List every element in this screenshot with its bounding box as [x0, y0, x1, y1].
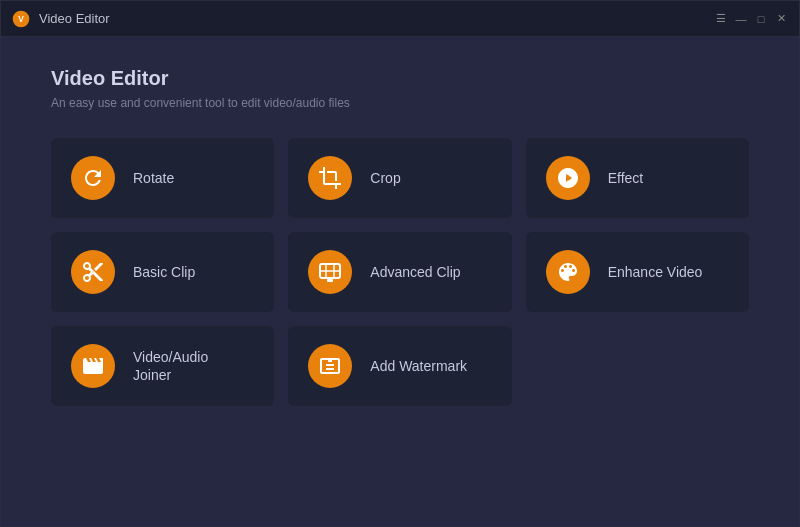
svg-point-3	[570, 172, 574, 176]
add-watermark-card[interactable]: Add Watermark	[288, 326, 511, 406]
window-controls: ☰ — □ ✕	[713, 11, 789, 27]
title-bar-title: Video Editor	[39, 11, 713, 26]
advanced-clip-icon	[318, 260, 342, 284]
svg-text:V: V	[18, 14, 24, 24]
tools-grid: Rotate Crop	[51, 138, 749, 406]
svg-point-4	[566, 181, 569, 184]
basic-clip-card[interactable]: Basic Clip	[51, 232, 274, 312]
page-subtitle: An easy use and convenient tool to edit …	[51, 96, 749, 110]
page-title: Video Editor	[51, 67, 749, 90]
effect-label: Effect	[608, 169, 644, 187]
maximize-button[interactable]: □	[753, 11, 769, 27]
film-icon-circle	[71, 344, 115, 388]
video-audio-joiner-label: Video/Audio Joiner	[133, 348, 208, 384]
effect-card[interactable]: Effect	[526, 138, 749, 218]
rotate-icon-circle	[71, 156, 115, 200]
film-icon	[81, 354, 105, 378]
scissors-icon-circle	[71, 250, 115, 294]
video-audio-joiner-card[interactable]: Video/Audio Joiner	[51, 326, 274, 406]
main-window: V Video Editor ☰ — □ ✕ Video Editor An e…	[0, 0, 800, 527]
main-content: Video Editor An easy use and convenient …	[1, 37, 799, 526]
advanced-clip-card[interactable]: Advanced Clip	[288, 232, 511, 312]
enhance-video-label: Enhance Video	[608, 263, 703, 281]
empty-slot	[526, 326, 749, 406]
add-watermark-label: Add Watermark	[370, 357, 467, 375]
effect-icon-circle	[546, 156, 590, 200]
scissors-icon	[81, 260, 105, 284]
menu-button[interactable]: ☰	[713, 11, 729, 27]
watermark-icon	[318, 354, 342, 378]
advanced-clip-label: Advanced Clip	[370, 263, 460, 281]
effect-icon	[556, 166, 580, 190]
rotate-label: Rotate	[133, 169, 174, 187]
svg-point-2	[561, 172, 566, 177]
crop-label: Crop	[370, 169, 400, 187]
rotate-card[interactable]: Rotate	[51, 138, 274, 218]
palette-icon-circle	[546, 250, 590, 294]
app-logo: V	[11, 9, 31, 29]
minimize-button[interactable]: —	[733, 11, 749, 27]
close-button[interactable]: ✕	[773, 11, 789, 27]
basic-clip-label: Basic Clip	[133, 263, 195, 281]
crop-icon	[318, 166, 342, 190]
title-bar: V Video Editor ☰ — □ ✕	[1, 1, 799, 37]
palette-icon	[556, 260, 580, 284]
crop-card[interactable]: Crop	[288, 138, 511, 218]
enhance-video-card[interactable]: Enhance Video	[526, 232, 749, 312]
watermark-icon-circle	[308, 344, 352, 388]
crop-icon-circle	[308, 156, 352, 200]
rotate-icon	[81, 166, 105, 190]
advanced-clip-icon-circle	[308, 250, 352, 294]
svg-rect-10	[327, 279, 333, 282]
